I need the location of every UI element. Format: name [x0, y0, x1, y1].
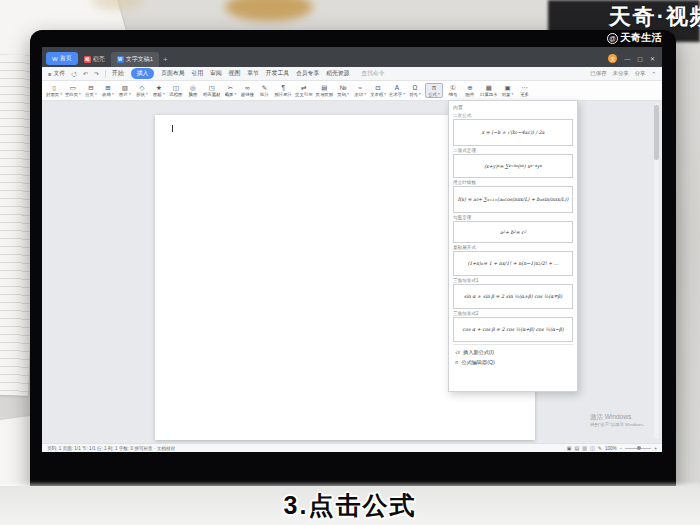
desk-gold-object	[225, 0, 313, 21]
insert-new-formula-item[interactable]: √x 插入新公式(I)	[453, 347, 573, 357]
text-box-button[interactable]: ⊡文本框▾	[370, 84, 386, 97]
wordart-button[interactable]: A艺术字▾	[389, 84, 405, 97]
header-footer-icon: ▤	[321, 84, 327, 92]
tab-developer[interactable]: 开发工具	[266, 69, 289, 78]
tab-references[interactable]: 引用	[191, 69, 203, 78]
formula-preview[interactable]: f(x) = a0 + ∑n=1∞ (ancos(nπx/L) + bnsin(…	[453, 186, 573, 213]
screenshot-icon: ✂	[228, 84, 233, 92]
tab-insert[interactable]: 插入	[131, 68, 155, 79]
vertical-scrollbar[interactable]	[654, 103, 659, 439]
formula-preview[interactable]: a2 + b2 = c2	[453, 221, 573, 243]
formula-gallery-item-trig1[interactable]: 三角恒等式1 sin α ± sin β = 2 sin ½(α±β) cos …	[453, 278, 573, 309]
zoom-out-button[interactable]: −	[620, 446, 623, 451]
user-avatar[interactable]: 天	[608, 54, 617, 63]
zoom-in-button[interactable]: +	[654, 446, 657, 451]
screenshot-button[interactable]: ✂截屏▾	[223, 84, 237, 97]
close-icon[interactable]: ✕	[650, 55, 655, 62]
attachment-button[interactable]: ⊕附件	[463, 84, 477, 97]
home-tab[interactable]: W 首页	[46, 52, 78, 65]
minimize-icon[interactable]: —	[624, 56, 630, 62]
formula-preview[interactable]: cos α + cos β = 2 cos ½(α+β) cos ½(α−β)	[453, 317, 573, 342]
cover-page-button[interactable]: ▯封面页▾	[46, 84, 62, 97]
tab-docer-resources[interactable]: 稻壳资源	[326, 69, 349, 78]
status-right: ▣ ▤ ▥ ◫ ✎ 100% − +	[567, 445, 657, 451]
flowchart-button[interactable]: ◫流程图	[169, 84, 183, 97]
home-tab-label: 首页	[60, 54, 72, 63]
flowchart-icon: ◫	[173, 84, 179, 92]
more-button[interactable]: ⋯更多	[518, 84, 532, 97]
tab-member[interactable]: 会员专享	[296, 69, 319, 78]
formula-preview[interactable]: (1+x)n = 1 + nx/1! + n(n−1)x2/2! + …	[453, 251, 573, 276]
tab-view[interactable]: 视图	[229, 69, 241, 78]
tab-home[interactable]: 开始	[112, 69, 124, 78]
collapse-ribbon-icon[interactable]: ⌃	[651, 71, 656, 77]
file-menu-button[interactable]: ≡ 文件	[48, 69, 65, 78]
watermark-button[interactable]: ≈水印▾	[353, 84, 367, 97]
brand-name: 天奇生活	[620, 31, 662, 45]
page-break-button[interactable]: ⊟分页▾	[84, 84, 98, 97]
text-box-icon: ⊡	[375, 84, 380, 92]
view-mode-icon-2[interactable]: ▤	[574, 445, 579, 451]
icon-library-icon: ★	[156, 84, 162, 92]
undo-icon[interactable]: ↶	[83, 70, 88, 77]
blank-page-button[interactable]: ▭空白页▾	[65, 84, 81, 97]
tab-section[interactable]: 章节	[247, 69, 259, 78]
zoom-slider[interactable]	[625, 448, 651, 449]
view-mode-icon-3[interactable]: ▥	[582, 445, 587, 451]
new-tab-button[interactable]: +	[163, 55, 168, 64]
caption-strip: 3.点击公式	[0, 486, 700, 525]
zoom-level[interactable]: 100%	[605, 446, 617, 451]
formula-preview[interactable]: x = (−b ± √(b2−4ac)) / 2a	[453, 119, 573, 146]
ribbon-right-status: 已保存 未分享 分享 ⌃	[590, 70, 656, 77]
formula-gallery-item-binomial[interactable]: 二项式定理 (x+y)n = ∑k=0n (nk) xn−kyk	[453, 148, 573, 178]
hyperlink-button[interactable]: ∞超链接	[240, 84, 254, 97]
icon-library-button[interactable]: ★图标▾	[152, 84, 166, 97]
view-mode-icon-5[interactable]: ✎	[598, 445, 602, 451]
oral-math-button[interactable]: ▦口算题卡	[480, 84, 498, 97]
formula-button[interactable]: π公式▾	[425, 83, 443, 98]
formula-preview[interactable]: sin α ± sin β = 2 sin ½(α±β) cos ½(α∓β)	[453, 284, 573, 309]
dropdown-separator	[453, 344, 573, 345]
view-mode-icon-4[interactable]: ◫	[590, 445, 595, 451]
comment-button[interactable]: ✎批注	[257, 84, 271, 97]
picture-button[interactable]: ▧图片▾	[118, 84, 132, 97]
object-button[interactable]: ▣对象▾	[501, 84, 515, 97]
watermark-icon: ≈	[358, 84, 362, 92]
table-button[interactable]: ⊞表格▾	[101, 84, 115, 97]
equation-editor-item[interactable]: π 公式编辑器(Q)	[453, 357, 573, 367]
view-mode-icon-1[interactable]: ▣	[567, 445, 572, 451]
formula-gallery-item-taylor[interactable]: 泰勒展开式 (1+x)n = 1 + nx/1! + n(n−1)x2/2! +…	[453, 245, 573, 276]
save-icon[interactable]: ⭯	[71, 71, 77, 77]
formula-preview[interactable]: (x+y)n = ∑k=0n (nk) xn−kyk	[453, 154, 573, 178]
docer-assets-button[interactable]: ◳稻壳素材	[203, 84, 221, 97]
wps-window: W 首页 稻 稻壳 W 文字文稿1 + 天 — ▢ ✕ ≡ 文件 ⭯ ↶ ↷ 开…	[42, 47, 662, 452]
mindmap-button[interactable]: ◎脑图	[186, 84, 200, 97]
maximize-icon[interactable]: ▢	[637, 55, 643, 62]
formula-icon: π	[432, 84, 437, 92]
zoom-slider-knob[interactable]	[637, 446, 641, 450]
picture-icon: ▧	[122, 84, 128, 92]
cross-reference-button[interactable]: ⇄交叉引用	[295, 84, 313, 97]
numbering-button[interactable]: ①编号	[446, 84, 460, 97]
docer-assets-icon: ◳	[209, 84, 215, 92]
tab-page-layout[interactable]: 页面布局	[161, 69, 184, 78]
symbol-button[interactable]: Ω符号▾	[408, 84, 422, 97]
formula-gallery-item-fourier[interactable]: 傅立叶级数 f(x) = a0 + ∑n=1∞ (ancos(nπx/L) + …	[453, 180, 573, 213]
shape-button[interactable]: ◇形状▾	[135, 84, 149, 97]
formula-gallery-item-quadratic[interactable]: 二次公式 x = (−b ± √(b2−4ac)) / 2a	[453, 113, 573, 146]
document-tab[interactable]: W 文字文稿1	[111, 52, 159, 67]
header-footer-button[interactable]: ▤页眉页脚	[316, 84, 334, 97]
footnote-button[interactable]: ¶脚注尾注	[274, 84, 292, 97]
scrollbar-thumb[interactable]	[654, 105, 659, 160]
docer-tab[interactable]: 稻 稻壳	[78, 52, 111, 67]
tab-review[interactable]: 审阅	[210, 69, 222, 78]
search-command-hint[interactable]: 查找命令	[361, 69, 384, 78]
saved-status: 已保存	[590, 70, 606, 77]
redo-icon[interactable]: ↷	[94, 70, 99, 77]
formula-dropdown-panel: 内置 二次公式 x = (−b ± √(b2−4ac)) / 2a 二项式定理 …	[448, 100, 578, 392]
formula-gallery-item-trig2[interactable]: 三角恒等式2 cos α + cos β = 2 cos ½(α+β) cos …	[453, 311, 573, 342]
page-number-button[interactable]: №页码▾	[336, 84, 350, 97]
blank-page-icon: ▭	[70, 84, 76, 92]
formula-gallery-item-pythagorean[interactable]: 勾股定理 a2 + b2 = c2	[453, 215, 573, 243]
share-button[interactable]: 分享	[635, 70, 646, 77]
